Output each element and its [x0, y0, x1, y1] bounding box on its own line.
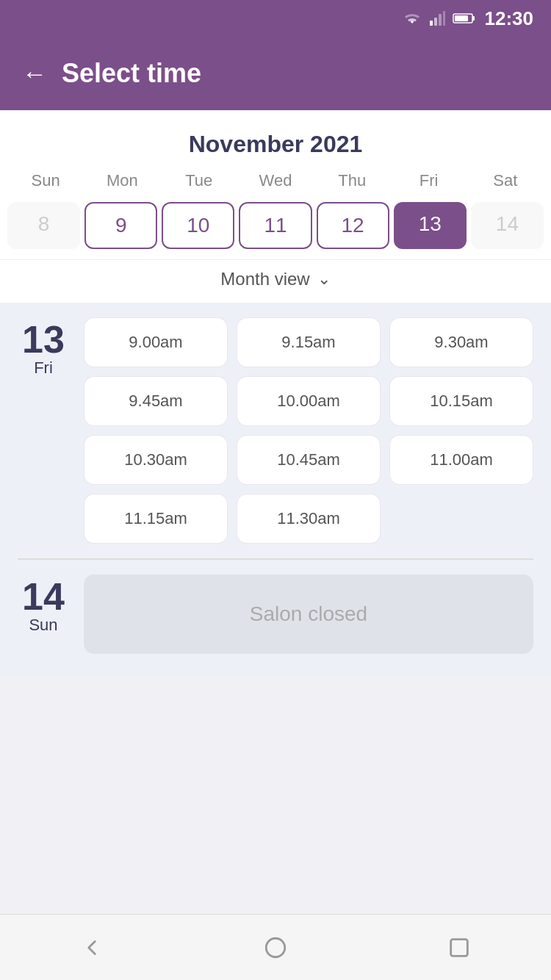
home-nav-icon	[263, 935, 288, 960]
battery-icon	[453, 12, 476, 25]
svg-rect-8	[451, 939, 468, 956]
day-number-14: 14	[22, 577, 65, 616]
time-slot-1000am[interactable]: 10.00am	[237, 376, 381, 426]
month-view-toggle[interactable]: Month view ⌄	[0, 259, 551, 303]
cal-day-8[interactable]: 8	[7, 202, 80, 249]
signal-icon	[429, 10, 445, 26]
nav-back-button[interactable]	[76, 932, 108, 964]
status-time: 12:30	[485, 7, 534, 30]
day-header-sat: Sat	[467, 167, 544, 195]
bottom-nav	[0, 914, 551, 980]
salon-closed-box: Salon closed	[84, 574, 533, 654]
month-view-label: Month view	[220, 269, 309, 289]
chevron-down-icon: ⌄	[317, 270, 331, 289]
status-icons	[403, 10, 476, 26]
cal-day-13[interactable]: 13	[394, 202, 467, 249]
back-nav-icon	[79, 935, 104, 960]
cal-day-12[interactable]: 12	[317, 202, 389, 249]
time-slot-945am[interactable]: 9.45am	[84, 376, 228, 426]
day-header-fri: Fri	[390, 167, 467, 195]
page-title: Select time	[62, 58, 201, 89]
svg-rect-5	[472, 16, 475, 21]
recent-nav-icon	[447, 935, 472, 960]
svg-rect-3	[443, 11, 445, 26]
time-section: 13 Fri 9.00am 9.15am 9.30am 9.45am 10.00…	[0, 303, 551, 674]
day-header-wed: Wed	[237, 167, 314, 195]
time-slot-1115am[interactable]: 11.15am	[84, 494, 228, 544]
time-slot-1030am[interactable]: 10.30am	[84, 435, 228, 485]
time-slot-1130am[interactable]: 11.30am	[237, 494, 381, 544]
section-divider	[18, 558, 533, 560]
status-bar: 12:30	[0, 0, 551, 37]
day-name-14: Sun	[29, 616, 57, 635]
svg-rect-0	[430, 21, 433, 26]
time-slot-915am[interactable]: 9.15am	[237, 317, 381, 367]
time-slots-13: 9.00am 9.15am 9.30am 9.45am 10.00am 10.1…	[84, 317, 533, 544]
svg-rect-6	[455, 15, 468, 21]
day-number-13: 13	[22, 320, 65, 359]
day-name-13: Fri	[34, 359, 53, 378]
month-title: November 2021	[0, 110, 551, 167]
svg-rect-2	[439, 14, 442, 26]
day-label-13: 13 Fri	[18, 317, 69, 544]
calendar-row: 8 9 10 11 12 13 14	[0, 202, 551, 249]
day-header-tue: Tue	[161, 167, 237, 195]
svg-rect-1	[434, 18, 437, 26]
day-header-mon: Mon	[84, 167, 160, 195]
main-content: November 2021 Sun Mon Tue Wed Thu Fri Sa…	[0, 110, 551, 303]
day-header-sun: Sun	[7, 167, 84, 195]
day-section-14: 14 Sun Salon closed	[18, 574, 533, 654]
nav-home-button[interactable]	[259, 932, 292, 964]
day-section-13: 13 Fri 9.00am 9.15am 9.30am 9.45am 10.00…	[18, 317, 533, 544]
nav-recent-button[interactable]	[443, 932, 475, 964]
day-header-thu: Thu	[314, 167, 390, 195]
cal-day-10[interactable]: 10	[162, 202, 234, 249]
cal-day-14[interactable]: 14	[471, 202, 544, 249]
back-button[interactable]: ←	[22, 61, 47, 86]
wifi-icon	[403, 10, 422, 26]
time-slot-1045am[interactable]: 10.45am	[237, 435, 381, 485]
time-slot-1015am[interactable]: 10.15am	[389, 376, 533, 426]
cal-day-11[interactable]: 11	[239, 202, 311, 249]
day-label-14: 14 Sun	[18, 574, 69, 654]
time-slot-930am[interactable]: 9.30am	[389, 317, 533, 367]
svg-point-7	[266, 938, 285, 957]
time-slot-900am[interactable]: 9.00am	[84, 317, 228, 367]
cal-day-9[interactable]: 9	[84, 202, 157, 249]
time-slot-1100am[interactable]: 11.00am	[389, 435, 533, 485]
app-header: ← Select time	[0, 37, 551, 110]
day-headers: Sun Mon Tue Wed Thu Fri Sat	[0, 167, 551, 195]
